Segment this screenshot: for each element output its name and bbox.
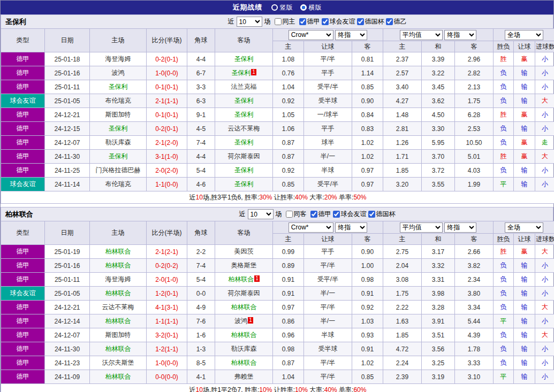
asia-away-odds-cell: 0.90 — [352, 94, 383, 108]
asia-handicap-cell: 平/半 — [304, 259, 352, 273]
league-checkbox[interactable] — [357, 18, 364, 25]
asia-home-odds-cell: 0.96 — [273, 328, 304, 342]
league-checkbox[interactable] — [333, 211, 340, 218]
euro-home-odds-cell: 2.24 — [383, 356, 422, 370]
summary-segment: 40% — [295, 194, 308, 201]
odds-time-select[interactable]: 终指 — [335, 222, 367, 233]
league-filter-label: 德甲 — [318, 210, 331, 219]
layout-option-horizontal[interactable]: 横版 — [300, 3, 322, 12]
euro-draw-odds-cell: 3.32 — [422, 259, 455, 273]
col-asia-home: 主 — [273, 234, 304, 245]
euro-home-odds-cell: 3.08 — [383, 273, 422, 287]
asia-away-odds-cell: 0.97 — [352, 178, 383, 191]
handicap-result-cell: 输 — [514, 273, 535, 287]
same-venue-filter[interactable]: 同主 — [275, 17, 295, 26]
match-row: 德甲24-11-30圣保利3-1(1-0)4-4荷尔斯泰因0.87半/一1.02… — [1, 150, 554, 164]
league-checkbox[interactable] — [310, 211, 317, 218]
summary-segment: 单率: — [337, 194, 354, 201]
odds-source-select[interactable]: Crow* — [289, 222, 333, 233]
league-filter[interactable]: 球会友谊 — [322, 17, 355, 26]
euro-home-odds-cell: 4.72 — [383, 342, 422, 356]
asia-handicap-cell: 平/半 — [304, 52, 352, 66]
col-euro-home: 主 — [383, 234, 422, 245]
league-checkbox[interactable] — [368, 211, 375, 218]
asia-home-odds-cell: 0.86 — [273, 314, 304, 328]
goals-result-cell: 走 — [535, 136, 554, 150]
euro-home-odds-cell: 3.40 — [383, 80, 422, 94]
date-cell: 25-01-19 — [45, 245, 90, 259]
asia-home-odds-cell: 1.04 — [273, 80, 304, 94]
euro-draw-odds-cell: 5.95 — [422, 136, 455, 150]
date-cell: 25-01-11 — [45, 80, 90, 94]
league-filter[interactable]: 德甲 — [299, 17, 320, 26]
league-filter[interactable]: 球会友谊 — [333, 210, 367, 219]
col-goals: 进球数 — [535, 41, 554, 52]
layout-option-vertical[interactable]: 竖版 — [271, 3, 293, 12]
horizontal-radio[interactable] — [300, 4, 307, 11]
asia-handicap-cell: 半/一 — [304, 287, 352, 301]
euro-away-odds-cell: 10.50 — [455, 136, 494, 150]
col-euro-home: 主 — [383, 41, 422, 52]
euro-away-odds-cell: 3.82 — [455, 259, 494, 273]
col-type: 类型 — [1, 221, 45, 245]
asia-handicap-cell: 平手 — [304, 245, 352, 259]
handicap-result-cell: 输 — [514, 122, 535, 136]
avg-odds-select[interactable]: 平均值 — [400, 222, 443, 233]
euro-away-odds-cell: 1.78 — [455, 342, 494, 356]
league-checkbox[interactable] — [299, 18, 306, 25]
avg-time-select[interactable]: 终指 — [444, 30, 476, 40]
same-venue-filter[interactable]: 同客 — [286, 210, 307, 219]
odds-time-select[interactable]: 终指 — [335, 30, 367, 40]
league-cell: 德甲 — [1, 273, 45, 287]
games-label: 场 — [276, 210, 282, 219]
corner-cell: 0-0 — [187, 287, 215, 301]
league-cell: 球会友谊 — [1, 94, 45, 108]
vertical-radio[interactable] — [271, 4, 278, 11]
asia-handicap-cell: 受平/半 — [304, 178, 352, 191]
match-row: 德甲24-12-14柏林联合1-1(1-1)7-6波鸿10.86半/一1.031… — [1, 314, 554, 328]
handicap-result-cell: 输 — [514, 370, 535, 384]
euro-away-odds-cell: 5.01 — [455, 150, 494, 164]
asia-away-odds-cell: 0.83 — [352, 122, 383, 136]
near-label: 近 — [228, 17, 234, 26]
match-row: 德甲25-01-11海登海姆2-0(1-0)5-4柏林联合10.91受平/半0.… — [1, 273, 554, 287]
summary-segment: 60% — [353, 386, 366, 392]
recent-count-select[interactable]: 10 — [248, 209, 274, 219]
date-cell: 25-01-05 — [45, 287, 90, 301]
league-filter[interactable]: 德国杯 — [368, 210, 396, 219]
date-cell: 24-12-14 — [45, 314, 90, 328]
avg-odds-select[interactable]: 平均值 — [400, 30, 443, 40]
league-checkbox[interactable] — [322, 18, 329, 25]
euro-home-odds-cell: 4.27 — [383, 94, 422, 108]
avg-time-select[interactable]: 终指 — [444, 222, 476, 233]
goals-result-cell: 小 — [535, 52, 554, 66]
league-filter[interactable]: 德甲 — [310, 210, 331, 219]
scope-select[interactable]: 全场 — [505, 222, 543, 233]
odds-source-select[interactable]: Crow* — [289, 30, 333, 40]
league-checkbox[interactable] — [386, 18, 393, 25]
same-venue-checkbox[interactable] — [275, 18, 282, 25]
euro-away-odds-cell: 6.28 — [455, 108, 494, 122]
euro-away-odds-cell: 3.80 — [455, 287, 494, 301]
asia-away-odds-cell: 0.85 — [352, 80, 383, 94]
league-filter-label: 球会友谊 — [341, 210, 367, 219]
scope-header: 全场 — [494, 29, 554, 41]
match-row: 德甲25-01-18海登海姆0-2(0-1)4-4圣保利1.08平/半0.812… — [1, 52, 554, 66]
euro-home-odds-cell: 1.63 — [383, 314, 422, 328]
match-row: 德甲24-12-21云达不莱梅4-1(3-1)4-9柏林联合0.97平/半0.9… — [1, 301, 554, 314]
league-cell: 德甲 — [1, 301, 45, 314]
same-venue-checkbox[interactable] — [286, 211, 293, 218]
col-asia-line: 让球 — [304, 41, 352, 52]
handicap-result-cell: 赢 — [514, 52, 535, 66]
league-filter[interactable]: 德国杯 — [357, 17, 384, 26]
date-cell: 24-12-15 — [45, 122, 90, 136]
recent-count-select[interactable]: 10 — [237, 17, 262, 27]
asia-handicap-cell: 平/半 — [304, 370, 352, 384]
league-filter[interactable]: 德乙 — [386, 17, 407, 26]
asia-handicap-cell: 一/球半 — [304, 108, 352, 122]
date-cell: 25-01-05 — [45, 94, 90, 108]
home-team-cell: 门兴格拉德巴赫 — [90, 164, 147, 178]
scope-select[interactable]: 全场 — [505, 30, 543, 40]
asia-away-odds-cell: 1.03 — [352, 314, 383, 328]
asia-handicap-cell: 受平/半 — [304, 80, 352, 94]
